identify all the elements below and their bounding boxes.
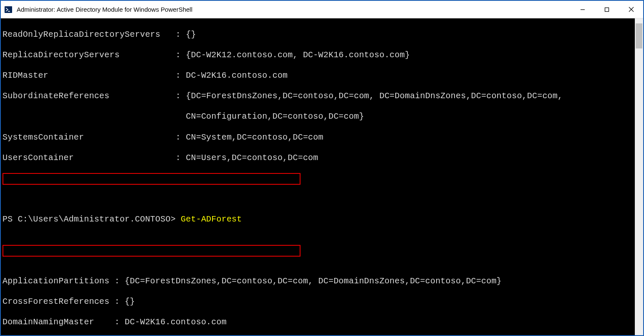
maximize-button[interactable] xyxy=(595,1,619,18)
close-button[interactable] xyxy=(619,1,643,18)
prompt-line: PS C:\Users\Administrator.CONTOSO> Get-A… xyxy=(3,214,635,225)
output-line: SubordinateReferences : {DC=ForestDnsZon… xyxy=(3,91,635,102)
svg-rect-3 xyxy=(605,8,609,11)
command-text: Get-ADForest xyxy=(181,214,242,224)
blank-line xyxy=(3,256,635,266)
vertical-scrollbar[interactable] xyxy=(635,18,643,335)
output-line: UsersContainer : CN=Users,DC=contoso,DC=… xyxy=(3,153,635,163)
output-line: CrossForestReferences : {} xyxy=(3,297,635,307)
output-line: SystemsContainer : CN=System,DC=contoso,… xyxy=(3,132,635,143)
powershell-icon xyxy=(4,5,13,14)
output-line: DomainNamingMaster : DC-W2K16.contoso.co… xyxy=(3,317,635,328)
powershell-window: Administrator: Active Directory Module f… xyxy=(0,0,644,336)
window-controls xyxy=(571,1,643,18)
window-title: Administrator: Active Directory Module f… xyxy=(17,6,571,13)
output-line: ReplicaDirectoryServers : {DC-W2K12.cont… xyxy=(3,50,635,61)
titlebar[interactable]: Administrator: Active Directory Module f… xyxy=(1,1,643,18)
blank-line xyxy=(3,194,635,204)
blank-line xyxy=(3,235,635,245)
minimize-button[interactable] xyxy=(571,1,595,18)
terminal-area: ReadOnlyReplicaDirectoryServers : {} Rep… xyxy=(1,18,643,335)
output-line: ApplicationPartitions : {DC=ForestDnsZon… xyxy=(3,276,635,287)
terminal[interactable]: ReadOnlyReplicaDirectoryServers : {} Rep… xyxy=(1,18,635,335)
output-line: ReadOnlyReplicaDirectoryServers : {} xyxy=(3,30,635,40)
output-line: CN=Configuration,DC=contoso,DC=com} xyxy=(3,112,635,122)
highlight-box-schema-master xyxy=(3,245,301,257)
blank-line xyxy=(3,173,635,184)
prompt-text: PS C:\Users\Administrator.CONTOSO> xyxy=(3,214,176,224)
scrollbar-thumb[interactable] xyxy=(636,23,642,48)
output-line: RIDMaster : DC-W2K16.contoso.com xyxy=(3,71,635,81)
